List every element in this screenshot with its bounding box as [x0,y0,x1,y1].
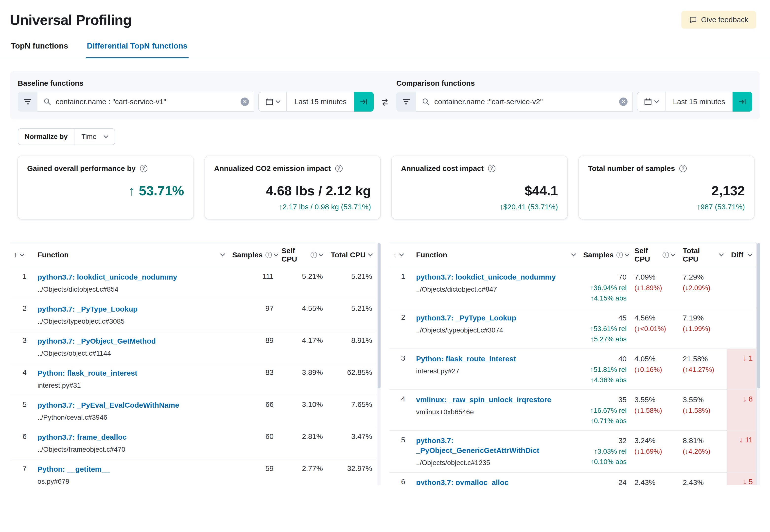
samples-value: 70 [583,272,627,282]
diff-value: 1 [749,354,753,362]
chevron-down-icon[interactable] [571,251,576,256]
table-row: 4 Python: flask_route_interest interest.… [10,363,376,395]
samples-cell: 45 ↑53.61% rel ↑5.27% abs [579,308,631,349]
function-link[interactable]: Python: __getitem__ [37,464,110,474]
function-column-header[interactable]: Function [34,243,228,267]
comparison-table-scrollbar[interactable] [756,243,760,485]
help-icon[interactable]: ? [335,165,342,172]
info-icon[interactable]: i [310,252,317,258]
calendar-icon [265,98,273,106]
table-row: 6 python3.7: pymalloc_alloc ../Objects/o… [390,472,756,485]
self-cpu-cell: 5.21% [277,267,327,299]
function-link[interactable]: python3.7: lookdict_unicode_nodummy [416,272,556,282]
table-row: 7 Python: __getitem__ os.py#679 59 2.77%… [10,459,376,485]
info-icon[interactable]: i [617,252,623,258]
table-row: 1 python3.7: lookdict_unicode_nodummy ..… [390,267,756,308]
sort-ascending-icon[interactable]: ↑ [14,251,17,259]
total-cpu-value: 2.43% [683,478,723,485]
sort-ascending-icon[interactable]: ↑ [394,251,397,259]
function-link[interactable]: Python: flask_route_interest [37,368,137,378]
chevron-down-icon[interactable] [671,251,676,256]
total-cpu-delta: (↓4.26%) [683,447,723,456]
comparison-search-input[interactable]: container.name :"cart-service-v2" ✕ [416,92,633,112]
total-cpu-value: 7.19% [683,313,723,323]
chevron-down-icon[interactable] [399,251,404,256]
chevron-down-icon[interactable] [719,251,724,256]
baseline-table-scrollbar[interactable] [376,243,380,485]
function-link[interactable]: python3.7: _PyType_Lookup [37,304,137,314]
card-title: Total number of samples [588,164,675,173]
total-cpu-cell: 5.21% [327,299,376,331]
baseline-table-panel: ↑ Function Samplesi Self CPUi Total CPU … [10,243,380,485]
chevron-down-icon[interactable] [19,251,24,256]
normalize-by-select[interactable]: Time [74,129,115,145]
give-feedback-button[interactable]: Give feedback [681,11,756,29]
function-link[interactable]: Python: flask_route_interest [416,354,516,364]
total-cpu-cell: 2.43% (↓0.32%) [679,472,727,485]
tab-topn-functions[interactable]: TopN functions [10,41,69,58]
rank-cell: 1 [390,267,412,308]
function-link[interactable]: python3.7: _PyEval_EvalCodeWithName [37,400,179,410]
function-link[interactable]: python3.7: frame_dealloc [37,432,127,442]
function-source: ../Objects/dictobject.c#854 [37,285,224,294]
swap-sides-icon[interactable] [374,79,396,107]
chevron-down-icon[interactable] [625,251,630,256]
help-icon[interactable]: ? [140,165,147,172]
table-row: 3 python3.7: _PyObject_GetMethod ../Obje… [10,331,376,363]
comparison-filter-row: container.name :"cart-service-v2" ✕ Last… [396,92,752,112]
total-cpu-cell: 8.91% [327,331,376,363]
scrollbar-thumb[interactable] [377,243,380,388]
comparison-apply-button[interactable] [733,92,752,112]
tab-differential-topn-functions[interactable]: Differential TopN functions [86,41,188,58]
self-cpu-column-header[interactable]: Self CPUi [631,243,679,267]
baseline-search-input[interactable]: container.name : "cart-service-v1" ✕ [37,92,254,112]
function-cell: python3.7: _PyType_Lookup ../Objects/typ… [34,299,228,331]
chevron-down-icon[interactable] [274,251,279,256]
function-link[interactable]: python3.7: _PyObject_GenericGetAttrWithD… [416,436,575,455]
function-link[interactable]: python3.7: pymalloc_alloc [416,478,509,485]
self-cpu-cell: 7.09% (↓1.89%) [631,267,679,308]
chevron-down-icon[interactable] [220,251,225,256]
baseline-calendar-button[interactable] [258,92,287,112]
baseline-apply-button[interactable] [354,92,374,112]
function-cell: python3.7: lookdict_unicode_nodummy ../O… [412,267,579,308]
baseline-filter-button[interactable] [18,92,37,112]
total-cpu-column-header[interactable]: Total CPU [327,243,376,267]
help-icon[interactable]: ? [679,165,687,172]
comparison-functions-table: ↑ Function Samplesi Self CPUi Total CPU … [390,243,756,485]
chevron-down-icon[interactable] [319,251,323,256]
function-link[interactable]: python3.7: _PyObject_GetMethod [37,336,156,346]
clear-query-icon[interactable]: ✕ [619,98,628,106]
chevron-down-icon[interactable] [368,251,373,256]
rank-sort-header[interactable]: ↑ [390,243,412,267]
scrollbar-thumb[interactable] [757,243,760,388]
rank-cell: 3 [390,349,412,390]
samples-absolute-change: ↑0.71% abs [583,416,627,425]
function-column-header[interactable]: Function [412,243,579,267]
samples-column-header[interactable]: Samplesi [579,243,631,267]
comparison-filter-button[interactable] [396,92,416,112]
comparison-calendar-button[interactable] [637,92,666,112]
co2-value: 4.68 lbs / 2.12 kg [214,183,371,198]
info-icon[interactable]: i [663,252,669,258]
total-cpu-column-header[interactable]: Total CPU [679,243,727,267]
samples-column-header[interactable]: Samplesi [228,243,277,267]
samples-value: 24 [583,478,627,485]
help-icon[interactable]: ? [488,165,496,172]
baseline-query-text: container.name : "cart-service-v1" [56,98,236,106]
card-title: Gained overall performance by [27,164,136,173]
info-icon[interactable]: i [265,252,272,258]
diff-column-header[interactable]: Diff [727,243,756,267]
function-cell: python3.7: pymalloc_alloc ../Objects/obm… [412,472,579,485]
chevron-down-icon[interactable] [748,251,753,256]
self-cpu-column-header[interactable]: Self CPUi [277,243,327,267]
total-cpu-delta: (↓2.09%) [683,283,723,292]
rank-sort-header[interactable]: ↑ [10,243,34,267]
clear-query-icon[interactable]: ✕ [240,98,249,106]
summary-cards: Gained overall performance by ? ↑ 53.71%… [18,156,754,219]
function-link[interactable]: vmlinux: _raw_spin_unlock_irqrestore [416,395,551,405]
comparison-time-range[interactable]: Last 15 minutes [666,92,733,112]
function-link[interactable]: python3.7: lookdict_unicode_nodummy [37,272,177,282]
function-link[interactable]: python3.7: _PyType_Lookup [416,313,516,323]
baseline-time-range[interactable]: Last 15 minutes [287,92,354,112]
